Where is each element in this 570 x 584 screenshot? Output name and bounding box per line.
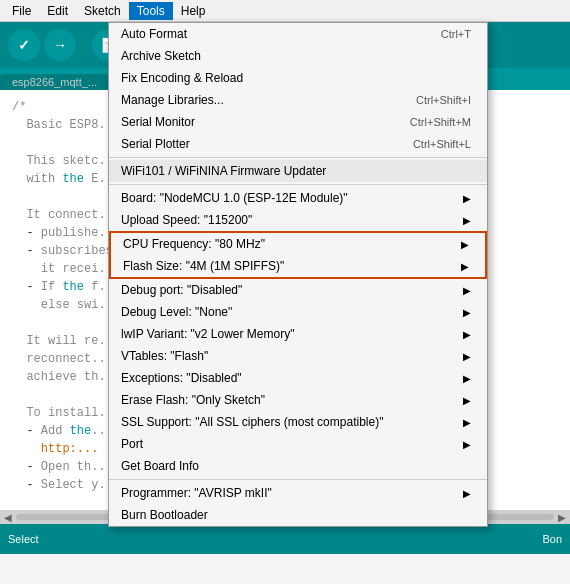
menu-entry-label: Get Board Info (121, 459, 199, 473)
submenu-arrow-icon: ▶ (463, 488, 471, 499)
menu-entry-label: Fix Encoding & Reload (121, 71, 243, 85)
menu-entry-label: WiFi101 / WiFiNINA Firmware Updater (121, 164, 326, 178)
menu-entry-label: Debug port: "Disabled" (121, 283, 242, 297)
menu-entry-label: Serial Plotter (121, 137, 190, 151)
menu-entry[interactable]: Port▶ (109, 433, 487, 455)
menu-entry-label: VTables: "Flash" (121, 349, 208, 363)
submenu-arrow-icon: ▶ (463, 329, 471, 340)
menu-edit[interactable]: Edit (39, 2, 76, 20)
menu-entry[interactable]: VTables: "Flash"▶ (109, 345, 487, 367)
menu-separator (109, 184, 487, 185)
submenu-arrow-icon: ▶ (463, 307, 471, 318)
submenu-arrow-icon: ▶ (461, 261, 469, 272)
menu-entry-label: Archive Sketch (121, 49, 201, 63)
menu-entry[interactable]: Board: "NodeMCU 1.0 (ESP-12E Module)"▶ (109, 187, 487, 209)
menu-entry-label: Board: "NodeMCU 1.0 (ESP-12E Module)" (121, 191, 348, 205)
menu-entry[interactable]: Fix Encoding & Reload (109, 67, 487, 89)
menu-entry-label: Serial Monitor (121, 115, 195, 129)
menu-entry-label: Upload Speed: "115200" (121, 213, 252, 227)
verify-button[interactable]: ✓ (8, 29, 40, 61)
status-right: Bon (542, 533, 562, 545)
submenu-arrow-icon: ▶ (463, 285, 471, 296)
menu-separator (109, 479, 487, 480)
menu-entry[interactable]: Archive Sketch (109, 45, 487, 67)
menu-entry-label: Programmer: "AVRISP mkII" (121, 486, 272, 500)
status-text: Select (8, 533, 39, 545)
ide-window: File Edit Sketch Tools Help ✓ → 📄 esp826… (0, 0, 570, 584)
menu-tools[interactable]: Tools (129, 2, 173, 20)
status-bar: Select Bon (0, 524, 570, 554)
menu-file[interactable]: File (4, 2, 39, 20)
menu-entry[interactable]: Debug port: "Disabled"▶ (109, 279, 487, 301)
submenu-arrow-icon: ▶ (463, 417, 471, 428)
menu-entry[interactable]: Burn Bootloader (109, 504, 487, 526)
menu-entry[interactable]: Erase Flash: "Only Sketch"▶ (109, 389, 487, 411)
menu-entry[interactable]: Debug Level: "None"▶ (109, 301, 487, 323)
menu-shortcut: Ctrl+Shift+L (413, 138, 471, 150)
menu-entry[interactable]: CPU Frequency: "80 MHz"▶ (111, 233, 485, 255)
tools-dropdown[interactable]: Auto FormatCtrl+TArchive SketchFix Encod… (108, 22, 488, 527)
menu-separator (109, 157, 487, 158)
menu-entry[interactable]: Programmer: "AVRISP mkII"▶ (109, 482, 487, 504)
menu-entry[interactable]: Auto FormatCtrl+T (109, 23, 487, 45)
menu-entry[interactable]: Upload Speed: "115200"▶ (109, 209, 487, 231)
menu-entry[interactable]: Get Board Info (109, 455, 487, 477)
menu-entry-label: Manage Libraries... (121, 93, 224, 107)
menu-entry-label: Burn Bootloader (121, 508, 208, 522)
menu-entry-label: Flash Size: "4M (1M SPIFFS)" (123, 259, 284, 273)
menu-shortcut: Ctrl+T (441, 28, 471, 40)
menu-shortcut: Ctrl+Shift+I (416, 94, 471, 106)
menu-entry[interactable]: Serial MonitorCtrl+Shift+M (109, 111, 487, 133)
menu-shortcut: Ctrl+Shift+M (410, 116, 471, 128)
menu-entry[interactable]: Serial PlotterCtrl+Shift+L (109, 133, 487, 155)
menu-sketch[interactable]: Sketch (76, 2, 129, 20)
menu-entry[interactable]: WiFi101 / WiFiNINA Firmware Updater (109, 160, 487, 182)
menu-entry-label: Debug Level: "None" (121, 305, 232, 319)
submenu-arrow-icon: ▶ (463, 193, 471, 204)
menu-entry[interactable]: lwIP Variant: "v2 Lower Memory"▶ (109, 323, 487, 345)
menu-entry[interactable]: SSL Support: "All SSL ciphers (most comp… (109, 411, 487, 433)
submenu-arrow-icon: ▶ (463, 351, 471, 362)
submenu-arrow-icon: ▶ (463, 395, 471, 406)
highlighted-box: CPU Frequency: "80 MHz"▶Flash Size: "4M … (109, 231, 487, 279)
submenu-arrow-icon: ▶ (463, 373, 471, 384)
menu-help[interactable]: Help (173, 2, 214, 20)
menu-entry-label: Port (121, 437, 143, 451)
menu-bar: File Edit Sketch Tools Help (0, 0, 570, 22)
submenu-arrow-icon: ▶ (463, 439, 471, 450)
menu-entry-label: SSL Support: "All SSL ciphers (most comp… (121, 415, 383, 429)
submenu-arrow-icon: ▶ (463, 215, 471, 226)
upload-button[interactable]: → (44, 29, 76, 61)
menu-entry-label: Auto Format (121, 27, 187, 41)
menu-entry[interactable]: Manage Libraries...Ctrl+Shift+I (109, 89, 487, 111)
menu-entry-label: lwIP Variant: "v2 Lower Memory" (121, 327, 294, 341)
menu-entry[interactable]: Exceptions: "Disabled"▶ (109, 367, 487, 389)
tab-file[interactable]: esp8266_mqtt_... (0, 74, 109, 90)
menu-entry[interactable]: Flash Size: "4M (1M SPIFFS)"▶ (111, 255, 485, 277)
submenu-arrow-icon: ▶ (461, 239, 469, 250)
menu-entry-label: CPU Frequency: "80 MHz" (123, 237, 265, 251)
menu-entry-label: Erase Flash: "Only Sketch" (121, 393, 265, 407)
menu-entry-label: Exceptions: "Disabled" (121, 371, 242, 385)
